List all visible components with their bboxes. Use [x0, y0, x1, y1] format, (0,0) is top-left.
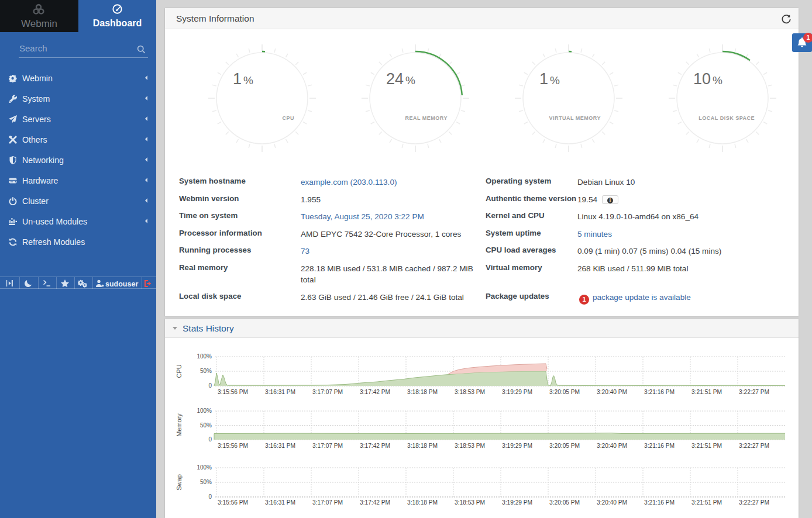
svg-text:3:18:53 PM: 3:18:53 PM [455, 443, 485, 449]
svg-text:0: 0 [208, 382, 212, 389]
svg-text:3:21:51 PM: 3:21:51 PM [691, 499, 722, 506]
svg-text:3:18:53 PM: 3:18:53 PM [455, 499, 485, 506]
svg-text:3:18:18 PM: 3:18:18 PM [407, 389, 438, 395]
svg-text:3:19:29 PM: 3:19:29 PM [502, 443, 532, 449]
svg-text:3:21:16 PM: 3:21:16 PM [644, 499, 675, 506]
svg-text:3:22:27 PM: 3:22:27 PM [739, 499, 769, 506]
svg-text:3:20:05 PM: 3:20:05 PM [549, 389, 580, 395]
svg-text:3:20:05 PM: 3:20:05 PM [549, 443, 580, 449]
svg-text:3:15:56 PM: 3:15:56 PM [218, 389, 248, 395]
svg-text:3:22:27 PM: 3:22:27 PM [739, 389, 769, 395]
svg-text:100%: 100% [197, 464, 212, 471]
svg-text:3:16:31 PM: 3:16:31 PM [265, 443, 295, 449]
svg-text:3:20:05 PM: 3:20:05 PM [549, 499, 580, 506]
svg-text:REAL MEMORY: REAL MEMORY [405, 115, 448, 121]
svg-text:3:16:31 PM: 3:16:31 PM [265, 389, 295, 395]
svg-text:Swap: Swap [176, 474, 183, 491]
svg-text:3:21:51 PM: 3:21:51 PM [691, 443, 722, 449]
svg-text:100%: 100% [197, 408, 212, 414]
svg-text:50%: 50% [200, 479, 212, 485]
svg-text:Memory: Memory [176, 413, 183, 437]
svg-text:LOCAL DISK SPACE: LOCAL DISK SPACE [699, 115, 755, 121]
svg-text:3:21:16 PM: 3:21:16 PM [644, 389, 675, 395]
svg-text:3:17:07 PM: 3:17:07 PM [312, 499, 343, 506]
svg-text:3:18:18 PM: 3:18:18 PM [407, 499, 438, 506]
svg-text:3:21:51 PM: 3:21:51 PM [691, 389, 722, 395]
svg-text:VIRTUAL MEMORY: VIRTUAL MEMORY [549, 115, 601, 121]
svg-text:3:15:56 PM: 3:15:56 PM [218, 443, 248, 449]
svg-text:3:17:07 PM: 3:17:07 PM [312, 389, 343, 395]
svg-text:100%: 100% [197, 353, 212, 360]
svg-text:3:17:42 PM: 3:17:42 PM [360, 499, 390, 506]
svg-text:CPU: CPU [176, 364, 183, 378]
svg-text:0: 0 [208, 436, 212, 443]
svg-text:50%: 50% [200, 422, 212, 429]
svg-text:3:16:31 PM: 3:16:31 PM [265, 499, 295, 506]
svg-text:3:17:07 PM: 3:17:07 PM [312, 443, 343, 449]
svg-text:0: 0 [208, 493, 212, 500]
svg-text:3:18:18 PM: 3:18:18 PM [407, 443, 438, 449]
svg-text:3:17:42 PM: 3:17:42 PM [360, 389, 390, 395]
svg-text:3:20:40 PM: 3:20:40 PM [597, 443, 627, 449]
svg-text:3:19:29 PM: 3:19:29 PM [502, 499, 532, 506]
svg-text:3:22:27 PM: 3:22:27 PM [739, 443, 769, 449]
svg-text:3:20:40 PM: 3:20:40 PM [597, 389, 627, 395]
svg-text:50%: 50% [200, 368, 212, 374]
svg-text:3:21:16 PM: 3:21:16 PM [644, 443, 675, 449]
svg-text:3:19:29 PM: 3:19:29 PM [502, 389, 532, 395]
svg-text:3:18:53 PM: 3:18:53 PM [455, 389, 485, 395]
svg-text:3:15:56 PM: 3:15:56 PM [218, 499, 248, 506]
svg-text:3:20:40 PM: 3:20:40 PM [597, 499, 627, 506]
svg-text:CPU: CPU [282, 115, 294, 121]
svg-text:3:17:42 PM: 3:17:42 PM [360, 443, 390, 449]
